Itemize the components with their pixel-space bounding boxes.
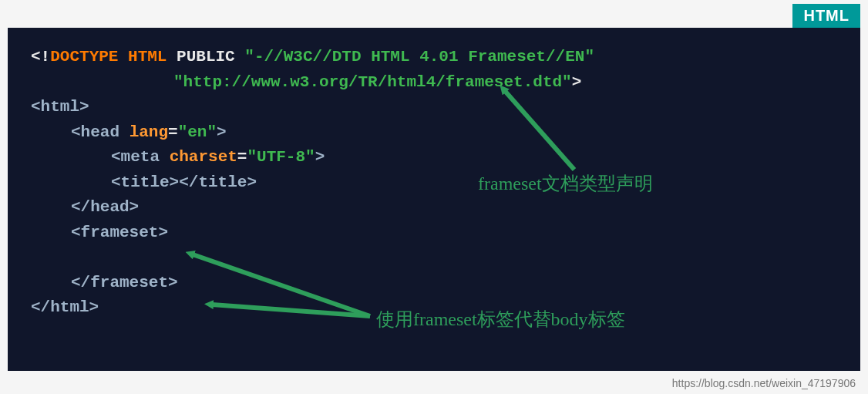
html-keyword: HTML bbox=[128, 48, 167, 66]
title-tag: <title></title> bbox=[111, 173, 257, 191]
annotation-doctype: frameset文档类型声明 bbox=[478, 171, 653, 196]
language-badge: HTML bbox=[792, 4, 860, 28]
eq1: = bbox=[168, 123, 178, 141]
annotation-frameset: 使用frameset标签代替body标签 bbox=[376, 307, 625, 332]
watermark: https://blog.csdn.net/weixin_47197906 bbox=[672, 377, 856, 389]
charset-val: "UTF-8" bbox=[247, 148, 315, 166]
head-close-tag: </head> bbox=[71, 198, 139, 216]
gt: > bbox=[572, 73, 582, 91]
lang-val: "en" bbox=[178, 123, 217, 141]
doctype-open: <! bbox=[31, 48, 50, 66]
html-open-tag: <html> bbox=[31, 98, 89, 116]
meta-open: <meta bbox=[111, 148, 170, 166]
charset-attr: charset bbox=[170, 148, 237, 166]
html-close-tag: </html> bbox=[31, 298, 99, 316]
doctype-fpi: "-//W3C//DTD HTML 4.01 Frameset//EN" bbox=[244, 48, 594, 66]
eq2: = bbox=[237, 148, 247, 166]
doctype-keyword: DOCTYPE bbox=[50, 48, 118, 66]
meta-gt: > bbox=[315, 148, 325, 166]
doctype-url: "http://www.w3.org/TR/html4/frameset.dtd… bbox=[173, 73, 572, 91]
public-keyword: PUBLIC bbox=[177, 48, 235, 66]
frameset-open-tag: <frameset> bbox=[71, 224, 168, 241]
screenshot-container: HTML <!DOCTYPE HTML PUBLIC "-//W3C//DTD … bbox=[0, 0, 868, 394]
lang-attr: lang bbox=[130, 123, 168, 141]
head-gt: > bbox=[217, 123, 227, 141]
head-open-lt: <head bbox=[71, 123, 130, 141]
frameset-close-tag: </frameset> bbox=[71, 274, 178, 291]
